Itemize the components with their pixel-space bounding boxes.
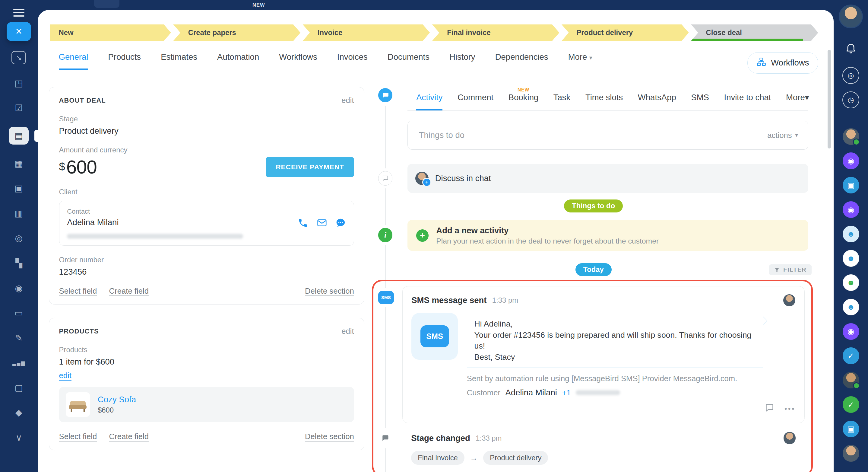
stage-invoice[interactable]: Invoice [303, 25, 430, 41]
target-icon[interactable]: ◎ [842, 67, 859, 84]
contact-avatar[interactable] [843, 372, 859, 388]
stage-final-invoice[interactable]: Final invoice [432, 25, 559, 41]
app-avatar[interactable]: ◉ [843, 201, 859, 218]
tab-history[interactable]: History [450, 52, 475, 70]
app-avatar[interactable]: ◉ [843, 152, 859, 169]
box-icon[interactable]: ▢ [12, 382, 25, 394]
chevron-down-icon: ▾ [805, 93, 809, 102]
menu-icon[interactable] [13, 9, 25, 19]
close-button[interactable]: × [7, 22, 31, 41]
contact-avatar[interactable] [843, 445, 859, 462]
tab-estimates[interactable]: Estimates [161, 52, 197, 70]
tab-comment[interactable]: Comment [458, 93, 493, 111]
tab-activity-more[interactable]: More▾ [786, 92, 809, 111]
select-field-link[interactable]: Select field [59, 432, 97, 441]
print-forms-icon[interactable]: ▤ [9, 127, 29, 145]
product-item-row[interactable]: Cozy Sofa $600 [59, 387, 354, 422]
phone-icon[interactable] [298, 217, 308, 228]
create-field-link[interactable]: Create field [109, 432, 149, 441]
tab-time-slots[interactable]: Time slots [585, 93, 623, 111]
delete-section-link[interactable]: Delete section [305, 287, 354, 295]
user-avatar[interactable] [839, 4, 863, 28]
app-avatar[interactable]: ✓ [843, 396, 859, 413]
inbox-icon[interactable]: ↘ [11, 51, 26, 64]
tab-general[interactable]: General [59, 52, 88, 70]
projects-icon[interactable]: ▣ [12, 182, 25, 194]
group-chat-avatar[interactable]: ☻ [843, 299, 859, 315]
tab-sms[interactable]: SMS [691, 93, 709, 111]
bots-icon[interactable]: ◉ [12, 282, 25, 294]
app-avatar[interactable]: ◉ [843, 323, 859, 340]
actions-dropdown[interactable]: actions▾ [767, 131, 798, 140]
highlight-annotation-box: SMS SMS message sent 1:33 pm SMS [372, 280, 812, 472]
stage-new[interactable]: New [50, 25, 171, 41]
tab-booking[interactable]: NEWBooking [508, 93, 538, 111]
add-activity-plus-icon[interactable]: + [416, 229, 428, 241]
goals-icon[interactable]: ◎ [12, 232, 25, 244]
author-avatar[interactable] [783, 432, 796, 444]
products-edit-items-link[interactable]: edit [59, 371, 71, 380]
discuss-in-chat-label: Discuss in chat [435, 174, 491, 183]
products-icon[interactable]: ▥ [12, 207, 25, 219]
statistics-icon[interactable]: ▂▄▆ [12, 357, 25, 369]
calendar-icon[interactable]: ▦ [12, 157, 25, 169]
tasks-icon[interactable]: ☑ [12, 102, 25, 114]
more-chevron-icon[interactable]: ∨ [12, 432, 25, 444]
about-edit-link[interactable]: edit [341, 96, 354, 105]
customer-name[interactable]: Adelina Milani [505, 388, 557, 397]
chevron-down-icon: ▾ [795, 132, 798, 139]
chat-icon[interactable] [335, 217, 346, 228]
select-field-link[interactable]: Select field [59, 287, 97, 295]
history-icon[interactable]: ◷ [842, 91, 859, 108]
customer-more-link[interactable]: +1 [562, 388, 570, 397]
tab-automation[interactable]: Automation [217, 52, 259, 70]
tab-documents[interactable]: Documents [388, 52, 430, 70]
workflows-button[interactable]: Workflows [747, 52, 818, 73]
author-avatar[interactable] [783, 294, 795, 306]
group-chat-avatar[interactable]: ☻ [843, 274, 859, 291]
stage-product-delivery[interactable]: Product delivery [562, 25, 689, 41]
app-avatar[interactable]: ✓ [843, 347, 859, 364]
modules-icon[interactable]: ◳ [12, 77, 25, 89]
filter-button[interactable]: FILTER [769, 264, 812, 275]
create-field-link[interactable]: Create field [109, 287, 149, 295]
board-icon[interactable]: ▚ [12, 257, 25, 269]
tab-task[interactable]: Task [553, 93, 570, 111]
comment-action-icon[interactable] [765, 403, 775, 415]
edit-icon[interactable]: ✎ [12, 332, 25, 344]
scrollbar-thumb[interactable] [828, 50, 831, 148]
deal-details-column: ABOUT DEAL edit Stage Product delivery A… [49, 87, 364, 472]
assets-icon[interactable]: ◆ [12, 407, 25, 419]
tab-more[interactable]: More▾ [568, 52, 592, 70]
deal-tabs: General Products Estimates Automation Wo… [59, 52, 818, 73]
add-activity-title[interactable]: Add a new activity [436, 226, 659, 235]
documents-icon[interactable]: ▭ [12, 307, 25, 319]
email-icon[interactable] [317, 217, 327, 228]
notifications-bell-icon[interactable] [845, 42, 857, 56]
stage-create-papers[interactable]: Create papers [173, 25, 300, 41]
tab-workflows[interactable]: Workflows [279, 52, 317, 70]
tab-products[interactable]: Products [108, 52, 141, 70]
app-avatar[interactable]: ▣ [843, 177, 859, 194]
chat-dock: ◉ ▣ ◉ ☻ ☻ ☻ ☻ ◉ ✓ ✓ ▣ [843, 128, 859, 470]
tab-invite-to-chat[interactable]: Invite to chat [724, 93, 771, 111]
receive-payment-button[interactable]: RECEIVE PAYMENT [266, 157, 354, 177]
tab-dependencies[interactable]: Dependencies [495, 52, 548, 70]
discuss-in-chat-row[interactable]: + Discuss in chat [407, 164, 808, 193]
about-deal-card: ABOUT DEAL edit Stage Product delivery A… [49, 87, 364, 304]
chat-app-avatar[interactable]: ☻ [843, 226, 859, 242]
contact-avatar[interactable] [843, 128, 859, 145]
tab-invoices[interactable]: Invoices [337, 52, 368, 70]
more-actions-icon[interactable]: ••• [784, 405, 795, 413]
group-chat-avatar[interactable]: ☻ [843, 250, 859, 266]
delete-section-link[interactable]: Delete section [305, 432, 354, 441]
stage-close-deal[interactable]: Close deal [691, 25, 818, 41]
things-to-do-pill: Things to do [564, 200, 623, 212]
todo-input[interactable] [418, 130, 767, 141]
tab-activity[interactable]: Activity [416, 93, 442, 111]
products-edit-link[interactable]: edit [341, 327, 354, 335]
about-deal-title: ABOUT DEAL [59, 96, 106, 105]
tab-whatsapp[interactable]: WhatsApp [638, 93, 676, 111]
app-avatar[interactable]: ▣ [843, 421, 859, 437]
product-name-link[interactable]: Cozy Sofa [98, 395, 136, 404]
